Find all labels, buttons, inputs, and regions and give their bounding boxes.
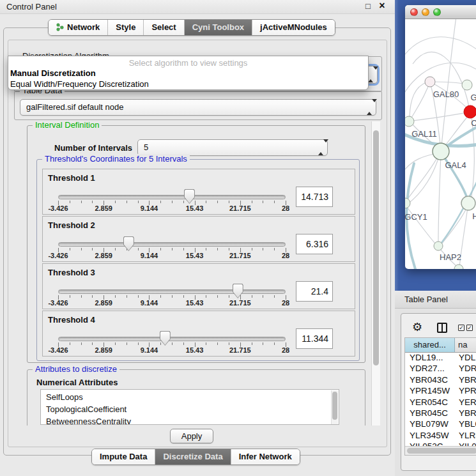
combo-arrows-icon [368,66,373,83]
threshold-value-field[interactable]: 6.316 [296,234,333,254]
scale-label: 28 [282,346,289,354]
screen: Control Panel □ × NetworkStyleSelectCyni… [0,0,476,476]
tab-impute-data[interactable]: Impute Data [92,449,155,464]
tab-network[interactable]: Network [49,20,107,35]
scale-label: 9.144 [141,252,158,259]
slider-thumb[interactable] [123,236,134,251]
cell-shared-name: YBR045C [405,408,455,419]
attribute-list-item[interactable]: TopologicalCoefficient [41,403,339,415]
minor-tick [206,201,206,203]
graph-node-gcy1[interactable] [405,198,410,208]
tab-discretize-data[interactable]: Discretize Data [155,449,230,464]
column-header-name[interactable]: na [455,338,476,353]
minor-tick [274,201,275,203]
graph-node-ga[interactable] [462,80,472,90]
minor-tick [138,295,139,298]
graph-node-label: GA [471,93,476,102]
scale-label: 21.715 [229,252,251,259]
minor-tick [160,342,161,345]
graph-edge [410,82,426,117]
minor-tick [252,201,252,203]
scale-label: 15.43 [186,204,204,212]
minor-tick [81,248,82,250]
minor-tick [183,295,184,298]
tab-jactivemnodules[interactable]: jActiveMNodules [252,20,335,35]
table-row[interactable]: YLR345WYLR3 [405,431,476,441]
attributes-scrollbar[interactable] [331,390,338,425]
checkbox-icon[interactable]: ✓ [458,325,464,331]
gear-icon[interactable]: ⚙ [412,320,422,334]
slider-track[interactable] [58,195,286,199]
threshold-value-field[interactable]: 11.344 [296,328,333,349]
scale-label: 15.43 [186,346,204,354]
slider-thumb[interactable] [160,331,171,346]
cell-shared-name: YLR345W [405,431,455,441]
graph-node-h[interactable] [461,196,475,210]
threshold-label: Threshold 2 [48,220,95,230]
table-data-combobox[interactable]: galFiltered.sif default node [20,99,376,116]
table-row[interactable]: YBL079WYBL0 [405,419,476,430]
dropdown-item-manual[interactable]: Manual Discretization [10,68,367,79]
scale-label: 2.859 [95,299,112,307]
tab-label: Impute Data [100,452,147,461]
tab-style[interactable]: Style [107,20,143,35]
node-attribute-table: shared... na YDL19...YDL1YDR27...YDR2YBR… [404,337,476,456]
minor-tick [70,248,70,250]
graph-node-label: GCY1 [405,212,427,222]
threshold-value-field[interactable]: 21.4 [296,281,333,302]
attribute-list-item[interactable]: BetweennessCentrality [41,415,339,425]
scale-label: 28 [282,204,289,212]
minor-tick [263,248,263,250]
dropdown-item-equal-width[interactable]: Equal Width/Frequency Discretization [10,79,367,90]
threshold-value-field[interactable]: 14.713 [296,187,333,207]
tab-select[interactable]: Select [143,20,183,35]
tab-cyni-toolbox[interactable]: Cyni Toolbox [184,20,252,35]
zoom-traffic-light-icon[interactable] [433,8,441,16]
slider-track[interactable] [58,289,286,294]
float-icon[interactable]: □ [363,1,373,12]
scale-label: -3.426 [48,204,68,212]
tab-infer-network[interactable]: Infer Network [231,449,300,464]
slider-thumb[interactable] [184,189,195,204]
bottom-tab-bar: Impute DataDiscretize DataInfer Network [91,449,300,465]
graph-node-gal80[interactable] [425,77,435,87]
attribute-list-item[interactable]: SelfLoops [41,391,339,403]
graph-node-hap2[interactable] [434,242,443,250]
close-icon[interactable]: × [377,1,387,11]
table-horizontal-scrollbar[interactable] [405,446,476,455]
slider-track[interactable] [58,337,286,341]
minor-tick [172,248,173,250]
settings-vertical-scrollbar[interactable] [371,121,380,426]
table-row[interactable]: YDR27...YDR2 [405,364,476,374]
table-row[interactable]: YBR045CYBR0 [405,408,476,419]
checkbox-icon[interactable]: ✓ [466,325,473,331]
cell-name: YLR3 [455,431,476,441]
cell-name: YBR0 [455,408,476,419]
table-row[interactable]: YDL19...YDL1 [405,353,476,364]
attributes-group: Attributes to discretize Numerical Attri… [27,369,365,426]
attributes-group-title: Attributes to discretize [33,364,119,374]
table-row[interactable]: YER054CYER0 [405,397,476,408]
minor-tick [115,201,116,203]
close-traffic-light-icon[interactable] [410,8,418,16]
table-header-row: shared... na [405,338,476,353]
slider-thumb[interactable] [233,284,243,298]
table-row[interactable]: YPR145WYPR1 [405,386,476,397]
table-row[interactable]: YBR043CYBR0 [405,375,476,386]
numerical-attributes-list[interactable]: SelfLoopsTopologicalCoefficientBetweenne… [40,389,339,425]
slider-track[interactable] [58,242,286,247]
split-columns-icon[interactable] [437,323,447,333]
apply-button[interactable]: Apply [170,429,213,443]
scale-label: -3.426 [48,299,68,307]
column-header-shared[interactable]: shared... [405,338,455,353]
scale-label: 15.43 [186,299,204,307]
cell-shared-name: YDL19... [405,353,455,364]
graph-node-gal11[interactable] [405,116,414,127]
minor-tick [115,248,116,250]
graph-node-c[interactable] [464,105,476,118]
graph-node-gal4[interactable] [433,143,449,160]
network-view-window[interactable]: GAL80GACGAL11GAL4GCY1HHAP2 [405,5,476,269]
minimize-traffic-light-icon[interactable] [422,8,429,16]
tab-label: Cyni Toolbox [192,22,244,32]
network-graph-canvas[interactable]: GAL80GACGAL11GAL4GCY1HHAP2 [405,19,476,269]
